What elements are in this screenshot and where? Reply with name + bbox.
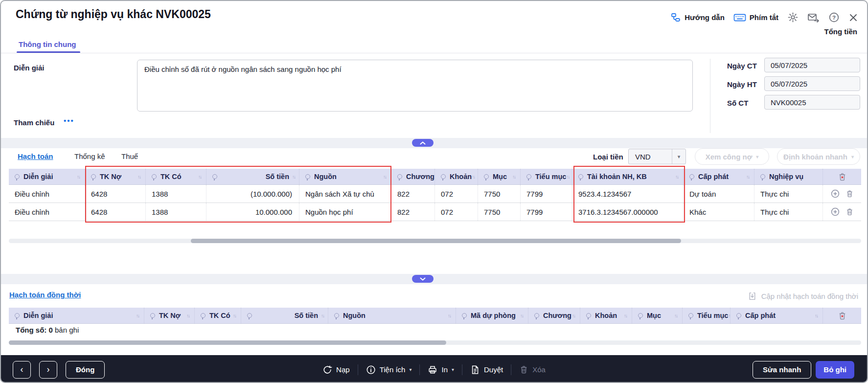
delete-all-rows-button[interactable] (823, 169, 861, 184)
table-cell[interactable]: 7799 (521, 185, 572, 203)
tham-chieu-more-button[interactable]: ••• (64, 116, 74, 125)
pin-icon[interactable] (441, 174, 446, 179)
pin-icon[interactable] (397, 174, 402, 179)
pin-icon[interactable] (152, 174, 157, 179)
close-document-button[interactable]: Đóng (66, 361, 105, 379)
column-header-tieu-muc[interactable]: Tiểu mục↑↓ (521, 169, 572, 184)
column-header-dien-giai[interactable]: Diễn giải↑↓ (9, 308, 144, 323)
sort-icon[interactable]: ↑↓ (383, 174, 386, 180)
pin-icon[interactable] (91, 174, 96, 179)
sort-icon[interactable]: ↑↓ (321, 313, 324, 318)
table-cell[interactable]: 072 (435, 203, 478, 221)
approve-button[interactable]: Duyệt (470, 365, 503, 375)
table-cell[interactable]: 7750 (478, 203, 521, 221)
next-document-button[interactable]: › (39, 361, 57, 379)
table-cell[interactable]: 10.000.000 (206, 203, 299, 221)
table-cell[interactable]: 1388 (146, 203, 206, 221)
column-header-tk-co[interactable]: TK Có↑↓ (146, 169, 206, 184)
table-cell[interactable]: 822 (391, 185, 435, 203)
pin-icon[interactable] (534, 313, 539, 318)
sort-icon[interactable]: ↑↓ (566, 174, 569, 180)
sort-icon[interactable]: ↑↓ (136, 313, 139, 318)
column-header-dien-giai[interactable]: Diễn giải↑↓ (9, 169, 85, 184)
column-header-khoan[interactable]: Khoản↑↓ (580, 308, 632, 323)
delete-document-button[interactable]: Xóa (519, 365, 546, 374)
pin-icon[interactable] (247, 313, 252, 318)
sort-icon[interactable]: ↑↓ (746, 174, 749, 180)
pin-icon[interactable] (15, 174, 20, 179)
h-scrollbar-thumb[interactable] (191, 239, 681, 243)
column-header-nghiep-vu[interactable]: Nghiệp vụ (754, 169, 823, 184)
collapse-down-button[interactable] (412, 275, 434, 283)
table-cell[interactable]: 6428 (85, 203, 146, 221)
sort-icon[interactable]: ↑↓ (815, 313, 818, 318)
close-window-button[interactable] (848, 13, 858, 23)
sort-icon[interactable]: ↑↓ (572, 313, 575, 318)
table-cell[interactable]: (10.000.000) (206, 185, 299, 203)
currency-select[interactable]: VND ▾ (628, 149, 686, 164)
sort-icon[interactable]: ↑↓ (624, 313, 627, 318)
pin-icon[interactable] (736, 313, 741, 318)
column-header-tk-no[interactable]: TK Nợ↑↓ (144, 308, 195, 323)
pin-icon[interactable] (578, 174, 583, 179)
table-cell[interactable]: 7799 (521, 203, 572, 221)
tab-thue[interactable]: Thuế (121, 152, 138, 160)
sort-icon[interactable]: ↑↓ (675, 174, 678, 180)
table-row[interactable]: Điều chỉnh 6428 1388 10.000.000 Nguồn họ… (9, 203, 861, 221)
quick-edit-button[interactable]: Sửa nhanh (753, 361, 811, 379)
quick-entry-button[interactable]: Định khoản nhanh ▾ (777, 148, 860, 165)
pin-icon[interactable] (201, 313, 206, 318)
sort-icon[interactable]: ↑↓ (198, 174, 201, 180)
reload-button[interactable]: Nạp (322, 365, 350, 375)
pin-icon[interactable] (689, 174, 694, 179)
table-cell[interactable]: 3716.3.1234567.000000 (572, 203, 684, 221)
sort-icon[interactable]: ↑↓ (674, 313, 677, 318)
add-row-icon[interactable] (831, 189, 840, 198)
pin-icon[interactable] (15, 313, 20, 318)
sort-icon[interactable]: ↑↓ (512, 174, 515, 180)
column-header-so-tien[interactable]: Số tiền↑↓ (241, 308, 328, 323)
column-header-khoan[interactable]: Khoản↑↓ (435, 169, 478, 184)
sort-icon[interactable]: ↑↓ (472, 174, 475, 180)
table-cell[interactable]: Điều chỉnh (9, 185, 85, 203)
table-cell[interactable]: 822 (391, 203, 435, 221)
column-header-tk-co[interactable]: TK Có↑↓ (195, 308, 241, 323)
pin-icon[interactable] (688, 313, 693, 318)
table-cell[interactable]: Khác (684, 203, 754, 221)
column-header-nguon[interactable]: Nguồn↑↓ (328, 308, 456, 323)
table-cell[interactable]: Dự toán (684, 185, 754, 203)
column-header-muc[interactable]: Mục↑↓ (478, 169, 521, 184)
sort-icon[interactable]: ↑↓ (292, 174, 295, 180)
view-debt-button[interactable]: Xem công nợ ▾ (695, 148, 769, 165)
pin-icon[interactable] (760, 174, 765, 179)
column-header-cap-phat[interactable]: Cấp phát↑↓ (684, 169, 754, 184)
delete-row-icon[interactable] (845, 189, 854, 198)
column-header-chuong[interactable]: Chương↑↓ (391, 169, 435, 184)
sort-icon[interactable]: ↑↓ (448, 313, 451, 318)
table-cell[interactable]: Thực chi (754, 185, 823, 203)
table-cell[interactable]: Nguồn học phí (299, 203, 391, 221)
sort-icon[interactable]: ↑↓ (233, 313, 236, 318)
column-header-chuong[interactable]: Chương↑↓ (528, 308, 580, 323)
prev-document-button[interactable]: ‹ (13, 361, 31, 379)
pin-icon[interactable] (212, 174, 217, 179)
print-button[interactable]: In ▾ (428, 365, 454, 375)
help-guide-button[interactable]: Hướng dẫn (670, 12, 725, 23)
simultaneous-posting-link[interactable]: Hạch toán đồng thời (9, 291, 81, 299)
column-header-so-tien[interactable]: Số tiền↑↓ (206, 169, 299, 184)
table-cell[interactable]: 7750 (478, 185, 521, 203)
sort-icon[interactable]: ↑↓ (77, 174, 80, 180)
table-cell[interactable]: 6428 (85, 185, 146, 203)
column-header-tk-no[interactable]: TK Nợ↑↓ (85, 169, 146, 184)
sort-icon[interactable]: ↑↓ (137, 174, 140, 180)
column-header-tieu-muc[interactable]: Tiểu mục↑↓ (683, 308, 731, 323)
table-cell[interactable]: 1388 (146, 185, 206, 203)
pin-icon[interactable] (484, 174, 489, 179)
delete-row-icon[interactable] (845, 207, 854, 216)
tab-hach-toan[interactable]: Hạch toán (18, 152, 53, 160)
pin-icon[interactable] (334, 313, 339, 318)
column-header-cap-phat[interactable]: Cấp phát↑↓ (731, 308, 823, 323)
send-mail-button[interactable] (807, 12, 820, 23)
table-row[interactable]: Điều chỉnh 6428 1388 (10.000.000) Ngân s… (9, 185, 861, 203)
table-cell[interactable]: Ngân sách Xã tự chủ (299, 185, 391, 203)
